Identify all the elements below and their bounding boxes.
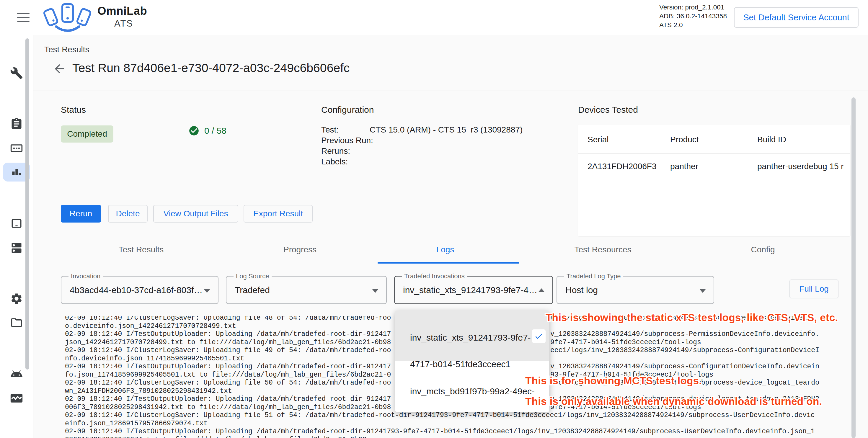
- device-build-id: panther-userdebug 15 r: [757, 162, 850, 171]
- top-app-bar: OmniLab ATS Version: prod_2.1.001 ADB: 3…: [0, 0, 868, 35]
- device-serial: 2A131FDH2006F3: [588, 162, 656, 171]
- folder-icon[interactable]: [10, 316, 23, 329]
- log-source-value: Tradefed: [235, 277, 270, 304]
- tradefed-log-type-value: Host log: [565, 277, 598, 304]
- log-line: 006F3_7891028025298431942.txt to file://…: [65, 404, 391, 412]
- tab-test-results[interactable]: Test Results: [119, 245, 164, 254]
- rerun-button[interactable]: Rerun: [61, 205, 101, 223]
- log-line: 2869157957866979074.txt to file:///data/…: [65, 436, 366, 438]
- config-label-test: Test:: [321, 125, 339, 134]
- log-line: 02-09 18:12:40 I/TestOutputUploader: Upl…: [65, 395, 391, 404]
- chevron-down-icon: [372, 289, 378, 293]
- column-header-build-id: Build ID: [757, 135, 786, 144]
- config-label-labels: Labels:: [321, 157, 348, 166]
- menu-icon[interactable]: [17, 13, 30, 23]
- tab-progress[interactable]: Progress: [283, 245, 316, 254]
- check-circle-icon: [188, 125, 199, 136]
- chevron-down-icon: [700, 289, 706, 293]
- device-icon[interactable]: [10, 217, 23, 230]
- annotation-static-xts: This is showing the static xTS test logs…: [546, 312, 838, 323]
- ats-version-line: ATS 2.0: [659, 21, 727, 30]
- adb-version-line: ADB: 36.0.2-14143358: [659, 12, 727, 21]
- monitor-icon[interactable]: [10, 392, 23, 405]
- annotation-dynamic-download: This is only available when dynamic down…: [525, 396, 822, 407]
- log-line: 02-09 18:12:40 I/TestOutputUploader: Upl…: [65, 428, 815, 436]
- config-label-previous-run: Previous Run:: [321, 136, 373, 145]
- schedule-icon[interactable]: [10, 142, 23, 155]
- devices-table: Serial Product Build ID 2A131FDH2006F3 p…: [578, 125, 850, 236]
- version-line: Version: prod_2.1.001: [659, 3, 727, 12]
- storage-icon[interactable]: [10, 242, 23, 254]
- log-line: o.deviceinfo.json_14224612717070728499.t…: [65, 322, 236, 331]
- delete-button[interactable]: Delete: [108, 205, 148, 223]
- log-line: wn_2A131FDH2006F3_7891028025298431942.tx…: [65, 387, 232, 396]
- app-subtitle: ATS: [97, 18, 150, 29]
- android-icon[interactable]: [10, 368, 23, 380]
- version-info: Version: prod_2.1.001 ADB: 36.0.2-141433…: [659, 3, 727, 30]
- set-default-service-account-button[interactable]: Set Default Service Account: [734, 7, 859, 28]
- log-line: 02-09 18:12:40 I/ClusterLogSaver: Upload…: [65, 346, 391, 355]
- tradefed-invocations-select[interactable]: Tradefed Invocations inv_static_xts_9124…: [394, 276, 553, 304]
- chevron-down-icon: [204, 289, 210, 293]
- log-line: 02-09 18:12:40 I/TestOutputUploader: Upl…: [65, 363, 391, 371]
- devices-tested-heading: Devices Tested: [578, 105, 638, 115]
- view-output-files-button[interactable]: View Output Files: [153, 205, 238, 223]
- log-line: 02-09 18:12:40 I/TestOutputUploader: Upl…: [65, 330, 391, 339]
- config-value-test: CTS 15.0 (ARM) - CTS 15_r3 (13092887): [370, 125, 523, 134]
- log-line: 02-09 18:12:40 I/ClusterLogSaver: Upload…: [65, 379, 391, 387]
- gear-icon[interactable]: [10, 292, 23, 305]
- selected-check-icon: [532, 330, 546, 343]
- breadcrumb: Test Results: [44, 45, 89, 54]
- log-line: v_12038324288874924149/subprocess-Permis…: [550, 330, 819, 339]
- log-line: fo.json_11741859699925405501.txt to file…: [65, 371, 391, 379]
- log-line: v_12038324288874924149/subprocess-Config…: [550, 363, 819, 371]
- omnilab-logo-icon: [41, 2, 95, 34]
- configuration-heading: Configuration: [321, 105, 374, 115]
- header-divider: [33, 91, 868, 91]
- column-header-product: Product: [670, 135, 699, 144]
- tradefed-log-type-select[interactable]: Tradefed Log Type Host log: [557, 276, 714, 304]
- column-header-serial: Serial: [588, 135, 609, 144]
- chevron-up-icon: [538, 288, 545, 292]
- log-source-select[interactable]: Log Source Tradefed: [226, 276, 387, 304]
- tab-test-resources[interactable]: Test Resources: [575, 245, 631, 254]
- bar-chart-icon[interactable]: [10, 165, 23, 179]
- page-title: Test Run 87d406e1-e730-4072-a03c-249c6b6…: [72, 61, 349, 75]
- full-log-button[interactable]: Full Log: [789, 280, 838, 299]
- log-line: 02-09 18:12:40 I/ClusterLogSaver: Upload…: [65, 316, 391, 322]
- export-result-button[interactable]: Export Result: [244, 205, 313, 223]
- log-line: 02-09 18:12:40 I/ClusterLogSaver: Upload…: [65, 411, 815, 420]
- invocation-value: 4b3acd44-eb10-37cd-a16f-803f…: [70, 277, 203, 304]
- log-line: 9fe7-4717-b014-51fde3cceec1/tool-logs: [550, 339, 701, 347]
- invocation-select[interactable]: Invocation 4b3acd44-eb10-37cd-a16f-803f…: [61, 276, 218, 304]
- tab-logs[interactable]: Logs: [436, 245, 454, 254]
- wrench-icon[interactable]: [10, 67, 23, 80]
- log-line: nfo.deviceinfo.json_11741859699925405501…: [65, 355, 244, 363]
- status-badge: Completed: [61, 125, 113, 143]
- back-arrow-icon[interactable]: [53, 62, 66, 75]
- log-line: json_14224612717070728499.txt to file://…: [65, 339, 391, 347]
- tab-config[interactable]: Config: [751, 245, 775, 254]
- annotation-mcts: This is for showing MCTS test logs.: [525, 375, 702, 387]
- log-line: eec1/logs/inv_12038324288874924149/subpr…: [550, 346, 819, 355]
- tradefed-invocations-value: inv_static_xts_91241793-9fe7-4…: [403, 277, 537, 304]
- clipboard-icon[interactable]: [10, 118, 23, 130]
- device-product: panther: [670, 162, 698, 171]
- config-label-reruns: Reruns:: [321, 147, 350, 156]
- status-heading: Status: [61, 105, 86, 115]
- dropdown-option-static-xts[interactable]: inv_static_xts_91241793-9fe7- 4717-b014-…: [395, 311, 549, 361]
- passed-count-row: 0 / 58: [188, 125, 226, 136]
- left-scrollbar[interactable]: [25, 38, 29, 370]
- passed-count: 0 / 58: [204, 126, 226, 136]
- right-scrollbar[interactable]: [851, 97, 856, 438]
- active-tab-indicator: [378, 262, 519, 263]
- omnilab-ats-app: OmniLab ATS Version: prod_2.1.001 ADB: 3…: [0, 0, 868, 438]
- app-title: OmniLab: [97, 5, 147, 18]
- log-line: einfo.json_12869157957866979074.txt: [65, 420, 208, 428]
